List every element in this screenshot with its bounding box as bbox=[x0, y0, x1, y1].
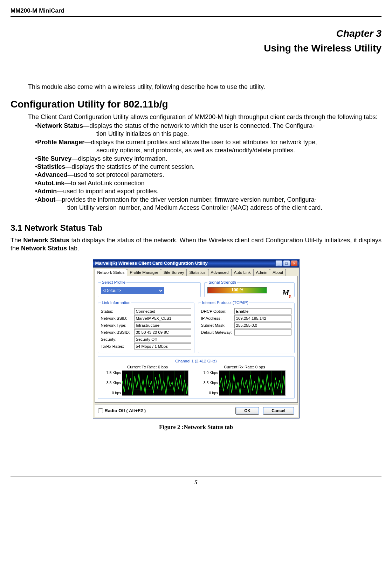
bullet-item: •About—provides the information for the … bbox=[35, 196, 381, 204]
tcpip-label: Default Gateway: bbox=[201, 330, 234, 335]
link-info-row: Network SSID:MarvellAP5X_CLS1 bbox=[101, 315, 191, 321]
link-info-value: Security Off bbox=[134, 336, 191, 342]
link-info-value: Connected bbox=[134, 308, 191, 314]
tcpip-value: Enable bbox=[234, 308, 291, 314]
link-info-label: Network BSSID: bbox=[101, 330, 134, 335]
tab-site-survey[interactable]: Site Survey bbox=[161, 269, 187, 276]
link-info-row: Status:Connected bbox=[101, 308, 191, 314]
bullet-item: •Advanced—used to set protocol parameter… bbox=[35, 171, 381, 179]
tx-rate-block: Current Tx Rate: 0 bps 7.5 Kbps 3.8 Kbps… bbox=[106, 365, 188, 396]
legend-link-info: Link Information bbox=[101, 300, 132, 305]
link-info-value: 54 Mbps / 1 Mbps bbox=[134, 343, 191, 349]
radio-off-checkbox-label[interactable]: Radio Off ( Alt+F2 ) bbox=[98, 408, 146, 414]
logo-sub: g bbox=[289, 293, 291, 298]
maximize-button[interactable]: □ bbox=[283, 260, 290, 266]
radio-off-checkbox[interactable] bbox=[98, 408, 103, 413]
minimize-button[interactable]: _ bbox=[275, 260, 282, 266]
link-info-row: Network BSSID:00 50 43 20 09 8C bbox=[101, 329, 191, 335]
chapter-subtitle: Using the Wireless Utility bbox=[11, 42, 381, 55]
bullet-item: •Statistics—displays the statistics of t… bbox=[35, 163, 381, 171]
rx-rate-title: Current Rx Rate: 0 bps bbox=[204, 365, 286, 370]
tx-ylabel: 3.8 Kbps bbox=[106, 381, 121, 386]
bullet-item: •Profile Manager—displays the current pr… bbox=[35, 138, 381, 146]
tab-page-network-status: Select Profile <Default> Signal Strength… bbox=[95, 276, 298, 403]
close-button[interactable]: × bbox=[291, 260, 298, 266]
tx-ylabel: 0 bps bbox=[106, 391, 121, 396]
intro-paragraph: This module also come with a wireless ut… bbox=[28, 83, 381, 91]
dialog-button-row: Radio Off ( Alt+F2 ) OK Cancel bbox=[95, 404, 298, 417]
link-info-label: Network SSID: bbox=[101, 316, 134, 321]
bullet-item: •Admin—used to import and export profile… bbox=[35, 187, 381, 195]
logo-text: M bbox=[282, 288, 289, 297]
marvell-logo: Mg bbox=[282, 288, 291, 299]
select-profile-group: Select Profile <Default> bbox=[98, 280, 201, 297]
tcpip-label: IP Address: bbox=[201, 316, 234, 321]
text: tab. bbox=[67, 245, 79, 252]
tcpip-group: Internet Protocol (TCP/IP) DHCP Option:E… bbox=[198, 300, 295, 353]
link-info-value: MarvellAP5X_CLS1 bbox=[134, 315, 191, 321]
page-footer: 5 bbox=[11, 477, 381, 486]
tab-profile-manager[interactable]: Profile Manager bbox=[127, 269, 161, 276]
window-title: Marvell(R) Wireless Client Card Configur… bbox=[95, 261, 208, 266]
cancel-button[interactable]: Cancel bbox=[263, 407, 294, 415]
config-lead: The Client Card Configuration Utility al… bbox=[28, 113, 381, 121]
figure-caption: Figure 2 :Network Status tab bbox=[11, 423, 381, 431]
link-info-label: Tx/Rx Rates: bbox=[101, 344, 134, 349]
tcpip-row: Subnet Mask:255.255.0.0 bbox=[201, 322, 291, 328]
rx-ylabel: 7.0 Kbps bbox=[204, 370, 218, 375]
tab-about[interactable]: About bbox=[270, 269, 286, 276]
section-heading-config: Configuration Utility for 802.11b/g bbox=[11, 98, 381, 111]
bullet-wrap: tion Utility version number, and Medium … bbox=[35, 204, 381, 212]
link-info-row: Network Type:Infrastructure bbox=[101, 322, 191, 328]
bold-term: Network Status bbox=[21, 245, 67, 252]
tab-network-status[interactable]: Network Status bbox=[95, 269, 128, 276]
legend-signal-strength: Signal Strength bbox=[207, 280, 237, 285]
tcpip-row: DHCP Option:Enable bbox=[201, 308, 291, 314]
link-info-row: Security:Security Off bbox=[101, 336, 191, 342]
section-3-1-paragraph: The Network Status tab displays the stat… bbox=[11, 236, 381, 253]
tab-auto-link[interactable]: Auto Link bbox=[231, 269, 254, 276]
link-info-value: 00 50 43 20 09 8C bbox=[134, 329, 191, 335]
link-info-label: Network Type: bbox=[101, 323, 134, 328]
running-header: MM200-M MiniCard bbox=[11, 7, 381, 15]
link-info-row: Tx/Rx Rates:54 Mbps / 1 Mbps bbox=[101, 343, 191, 349]
radio-off-text: Radio Off ( Alt+F2 ) bbox=[105, 408, 146, 414]
tab-advanced[interactable]: Advanced bbox=[208, 269, 232, 276]
link-info-value: Infrastructure bbox=[134, 322, 191, 328]
text: The bbox=[11, 237, 23, 244]
ok-button[interactable]: OK bbox=[235, 407, 259, 415]
tx-ylabel: 7.5 Kbps bbox=[106, 370, 121, 375]
rx-ylabel: 0 bps bbox=[204, 391, 218, 396]
rx-graph bbox=[219, 370, 286, 396]
tcpip-value: 255.255.0.0 bbox=[234, 322, 291, 328]
chapter-label: Chapter 3 bbox=[11, 27, 381, 40]
channel-graph-group: Channel 1 (2.412 GHz) Current Tx Rate: 0… bbox=[98, 356, 295, 399]
tcpip-value: 169.254.185.142 bbox=[234, 315, 291, 321]
tab-statistics[interactable]: Statistics bbox=[186, 269, 208, 276]
tab-admin[interactable]: Admin bbox=[253, 269, 270, 276]
link-information-group: Link Information Status:ConnectedNetwork… bbox=[98, 300, 194, 353]
rx-rate-block: Current Rx Rate: 0 bps 7.0 Kbps 3.5 Kbps… bbox=[204, 365, 286, 396]
tx-rate-title: Current Tx Rate: 0 bps bbox=[106, 365, 188, 370]
channel-label: Channel 1 (2.412 GHz) bbox=[101, 359, 291, 364]
bullet-wrap: tion Utility initializes on this page. bbox=[35, 130, 381, 138]
window-titlebar[interactable]: Marvell(R) Wireless Client Card Configur… bbox=[93, 259, 299, 268]
section-3-1-heading: 3.1 Network Status Tab bbox=[11, 222, 381, 233]
config-utility-window: Marvell(R) Wireless Client Card Configur… bbox=[93, 259, 300, 418]
link-info-label: Status: bbox=[101, 309, 134, 314]
bullet-item: •Network Status—displays the status of t… bbox=[35, 122, 381, 130]
tcpip-label: DHCP Option: bbox=[201, 309, 234, 314]
legend-select-profile: Select Profile bbox=[101, 280, 127, 285]
legend-tcpip: Internet Protocol (TCP/IP) bbox=[201, 300, 249, 305]
header-rule bbox=[11, 16, 381, 17]
bullet-item: •AutoLink—to set AutoLink connection bbox=[35, 179, 381, 187]
rx-ylabel: 3.5 Kbps bbox=[204, 381, 218, 386]
bullet-wrap: security options, and protocols, as well… bbox=[35, 146, 381, 154]
tcpip-row: IP Address:169.254.185.142 bbox=[201, 315, 291, 321]
link-info-label: Security: bbox=[101, 337, 134, 342]
tcpip-row: Default Gateway: bbox=[201, 329, 291, 335]
bold-term: Network Status bbox=[23, 237, 69, 244]
tx-graph bbox=[122, 370, 188, 396]
tcpip-value bbox=[234, 329, 291, 335]
profile-select[interactable]: <Default> bbox=[101, 287, 164, 294]
